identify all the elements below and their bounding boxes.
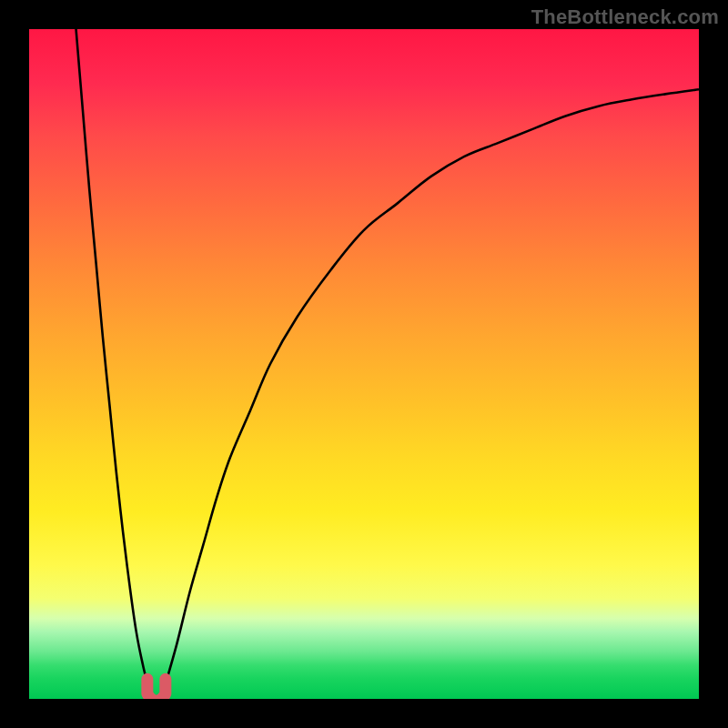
chart-frame: TheBottleneck.com xyxy=(0,0,728,728)
watermark-text: TheBottleneck.com xyxy=(531,5,719,29)
bottleneck-gradient-bg xyxy=(29,29,699,699)
plot-area xyxy=(29,29,699,699)
